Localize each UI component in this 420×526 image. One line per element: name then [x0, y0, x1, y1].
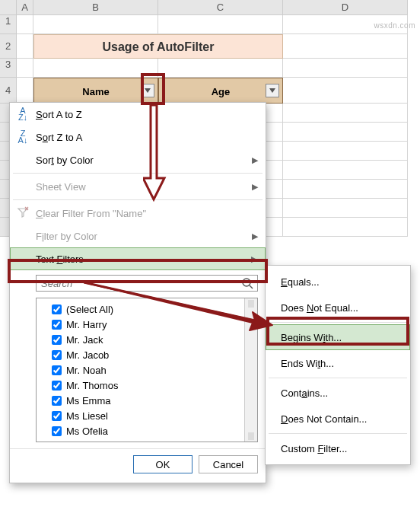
sort-az[interactable]: AZ↓ Sort A to Z [10, 103, 266, 126]
col-header-d[interactable]: D [283, 0, 408, 15]
filter-custom[interactable]: Custom Filter... [266, 435, 410, 461]
filter-begins-with[interactable]: Begins With... [266, 324, 410, 350]
checkbox[interactable] [52, 381, 62, 391]
row-header-1[interactable]: 1 [0, 15, 17, 34]
checkbox[interactable] [52, 304, 62, 314]
list-item[interactable]: Mr. Harry [40, 317, 254, 332]
search-row [10, 270, 266, 296]
checkbox[interactable] [52, 426, 62, 436]
col-header-c[interactable]: C [158, 0, 283, 15]
header-age: Age [158, 78, 283, 104]
list-item[interactable]: Mr. Jack [40, 332, 254, 347]
checkbox[interactable] [52, 442, 62, 443]
checkbox[interactable] [52, 396, 62, 406]
scrollbar[interactable] [244, 298, 257, 442]
list-item-label: Mr. Harry [66, 319, 107, 330]
list-item[interactable]: Mr. Thomos [40, 378, 254, 393]
watermark: wsxdn.com [374, 21, 415, 30]
title-cell: Usage of AutoFilter [33, 34, 283, 59]
clear-filter: Clear Filter From "Name" [10, 202, 266, 225]
row-header-3[interactable]: 3 [0, 59, 17, 78]
filter-not-equal[interactable]: Does Not Equal... [266, 295, 410, 320]
text-filters-submenu: Equals... Does Not Equal... Begins With.… [265, 265, 411, 465]
filter-by-color: Filter by Color ▶ [10, 225, 266, 247]
sheet-view: Sheet View ▶ [10, 175, 266, 198]
header-name: Name [33, 78, 158, 104]
sort-za[interactable]: ZA↓ Sort Z to A [10, 126, 266, 148]
list-item-label: (Select All) [66, 304, 113, 315]
list-item-label: Mr. Thomos [66, 380, 118, 391]
list-item-label: Mr. Jacob [66, 349, 109, 361]
sort-az-icon: AZ↓ [16, 107, 30, 121]
list-item-label: Mr. Jack [66, 334, 103, 346]
svg-point-0 [243, 279, 250, 286]
list-item-label: Mr. Noah [66, 365, 107, 376]
list-item[interactable]: Ms Olivia [40, 438, 254, 442]
chevron-right-icon: ▶ [252, 231, 258, 241]
chevron-right-icon: ▶ [251, 254, 257, 264]
row-header-2[interactable]: 2 [0, 34, 17, 59]
filter-equals[interactable]: Equals... [266, 269, 410, 295]
list-item-label: Ms Liesel [66, 410, 108, 422]
filter-not-contain[interactable]: Does Not Contain... [266, 406, 410, 432]
header-age-label: Age [212, 86, 231, 97]
chevron-right-icon: ▶ [252, 155, 258, 165]
clear-filter-icon [16, 206, 30, 221]
search-input[interactable] [36, 275, 258, 292]
header-name-label: Name [82, 86, 109, 97]
sheet-view-label: Sheet View [36, 181, 86, 193]
filter-button-age[interactable] [266, 84, 279, 97]
col-header-a[interactable]: A [17, 0, 33, 15]
ok-button[interactable]: OK [133, 455, 192, 473]
list-item-label: Ms Olivia [66, 441, 107, 443]
list-item[interactable]: Ms Ofelia [40, 423, 254, 438]
list-item[interactable]: Mr. Jacob [40, 347, 254, 362]
sort-za-icon: ZA↓ [16, 130, 30, 144]
filter-ends-with[interactable]: Ends With... [266, 350, 410, 376]
col-header-b[interactable]: B [33, 0, 158, 15]
select-all-corner[interactable] [0, 0, 17, 15]
list-item[interactable]: Mr. Noah [40, 362, 254, 378]
filter-value-list[interactable]: (Select All) Mr. Harry Mr. Jack Mr. Jaco… [36, 298, 258, 442]
filter-button-name[interactable] [141, 84, 154, 97]
checkbox[interactable] [52, 320, 62, 330]
filter-contains[interactable]: Contains... [266, 380, 410, 406]
sort-za-label: rt Z to A [48, 132, 83, 143]
list-item[interactable]: Ms Liesel [40, 408, 254, 423]
checkbox[interactable] [52, 350, 62, 360]
column-headers: A B C D [0, 0, 420, 15]
chevron-right-icon: ▶ [252, 182, 258, 192]
list-item[interactable]: Ms Emma [40, 393, 254, 408]
text-filters[interactable]: Text Filters ▶ [10, 247, 266, 270]
search-icon [241, 277, 253, 289]
row-header-4[interactable]: 4 [0, 78, 17, 104]
checkbox[interactable] [52, 411, 62, 421]
list-item[interactable]: (Select All) [40, 301, 254, 317]
checkbox[interactable] [52, 335, 62, 345]
filter-menu: AZ↓ Sort A to Z ZA↓ Sort Z to A Sort by … [9, 102, 266, 483]
sort-by-color[interactable]: Sort by Color ▶ [10, 148, 266, 171]
cancel-button[interactable]: Cancel [199, 455, 258, 473]
sort-az-label: ort A to Z [43, 109, 82, 120]
checkbox[interactable] [52, 365, 62, 375]
list-item-label: Ms Ofelia [66, 426, 108, 437]
list-item-label: Ms Emma [66, 395, 111, 406]
